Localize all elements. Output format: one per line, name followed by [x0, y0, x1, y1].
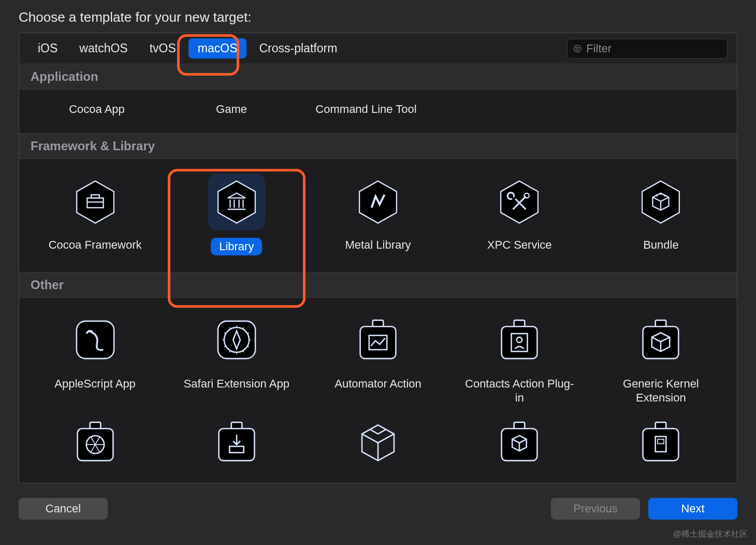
template-grid: AppleScript AppSafari Extension App Auto…: [19, 298, 737, 483]
scroll-icon: [67, 312, 124, 369]
previous-button: Previous: [551, 498, 640, 520]
template-xpc-service[interactable]: XPC Service: [449, 168, 590, 260]
library-icon: [208, 174, 265, 231]
tab-cross[interactable]: Cross-platform: [250, 38, 346, 59]
next-button[interactable]: Next: [648, 498, 737, 520]
template-other-7[interactable]: [166, 409, 307, 483]
template-label: Safari Extension App: [184, 377, 289, 391]
template-other-9[interactable]: [449, 409, 590, 483]
svg-rect-41: [373, 320, 384, 326]
filter-field-wrap[interactable]: [567, 39, 728, 59]
template-grid: Cocoa FrameworkLibraryMetal LibraryXPC S…: [19, 159, 737, 272]
cube2-plugin-icon: [491, 414, 548, 471]
dialog-prompt: Choose a template for your new target:: [19, 9, 737, 25]
download-plugin-icon: [208, 414, 265, 471]
template-label: Cocoa App: [69, 102, 125, 117]
contact-plugin-icon: [491, 312, 548, 369]
template-cocoa-app[interactable]: Cocoa App: [30, 99, 164, 121]
template-grid: Cocoa AppGameCommand Line Tool: [19, 90, 737, 133]
filter-input[interactable]: [586, 42, 722, 55]
compass-icon: [208, 312, 265, 369]
tab-tvos[interactable]: tvOS: [140, 38, 185, 59]
svg-rect-72: [643, 428, 679, 461]
tab-macos[interactable]: macOS: [188, 38, 247, 59]
svg-rect-25: [76, 321, 113, 358]
template-label: Command Line Tool: [315, 102, 416, 117]
template-label: Metal Library: [345, 238, 411, 252]
template-cocoa-framework[interactable]: Cocoa Framework: [24, 168, 166, 260]
template-kernel-ext[interactable]: Generic Kernel Extension: [590, 307, 732, 409]
chart-plugin-icon: [350, 312, 406, 369]
template-label: Game: [216, 102, 247, 117]
cube-icon: [632, 174, 689, 231]
template-other-8[interactable]: [307, 409, 448, 483]
template-label: Cocoa Framework: [49, 238, 142, 252]
template-library[interactable]: Library: [166, 168, 307, 260]
template-label: XPC Service: [487, 238, 552, 252]
dialog-footer: Cancel Previous Next: [19, 498, 737, 520]
aperture-plugin-icon: [67, 414, 124, 471]
template-label: Contacts Action Plug-in: [462, 377, 576, 405]
svg-point-23: [660, 193, 662, 195]
template-cli-tool[interactable]: Command Line Tool: [299, 99, 433, 121]
template-label: Automator Action: [335, 377, 421, 391]
svg-point-24: [664, 194, 666, 196]
cancel-button[interactable]: Cancel: [19, 498, 108, 520]
template-scroll[interactable]: ApplicationCocoa AppGameCommand Line Too…: [19, 64, 737, 483]
tools-icon: [491, 174, 548, 231]
section-header: Application: [19, 64, 737, 90]
template-bundle[interactable]: Bundle: [590, 168, 732, 260]
package-icon: [350, 414, 406, 471]
template-label: Bundle: [643, 238, 679, 252]
tab-ios[interactable]: iOS: [28, 38, 67, 59]
watermark-text: @稀土掘金技术社区: [673, 529, 748, 540]
template-label: AppleScript App: [54, 377, 136, 391]
svg-point-22: [656, 194, 658, 196]
section-header: Other: [19, 272, 737, 298]
svg-rect-71: [656, 422, 666, 428]
svg-rect-48: [656, 320, 666, 326]
template-contacts-plugin[interactable]: Contacts Action Plug-in: [449, 307, 590, 409]
section-header: Framework & Library: [19, 133, 737, 159]
svg-rect-67: [514, 422, 525, 428]
template-automator-action[interactable]: Automator Action: [307, 307, 448, 409]
template-other-10[interactable]: [590, 409, 732, 483]
window-plugin-icon: [632, 414, 689, 471]
template-safari-ext-app[interactable]: Safari Extension App: [166, 307, 307, 409]
cube-plugin-icon: [632, 312, 689, 369]
template-applescript-app[interactable]: AppleScript App: [24, 307, 166, 409]
toolbox-icon: [67, 174, 124, 231]
template-panel: iOSwatchOStvOSmacOSCross-platform Applic…: [19, 33, 737, 483]
template-metal-library[interactable]: Metal Library: [307, 168, 448, 260]
filter-icon: [573, 44, 582, 54]
template-other-6[interactable]: [24, 409, 166, 483]
template-label: Library: [211, 238, 262, 255]
platform-tabbar: iOSwatchOStvOSmacOSCross-platform: [19, 33, 737, 64]
svg-rect-44: [514, 320, 525, 326]
svg-marker-8: [218, 181, 255, 223]
metal-icon: [350, 174, 406, 231]
template-label: Generic Kernel Extension: [604, 377, 718, 405]
svg-rect-52: [90, 422, 100, 428]
svg-rect-61: [231, 422, 242, 428]
template-game[interactable]: Game: [164, 99, 299, 121]
tab-watch[interactable]: watchOS: [70, 38, 137, 59]
